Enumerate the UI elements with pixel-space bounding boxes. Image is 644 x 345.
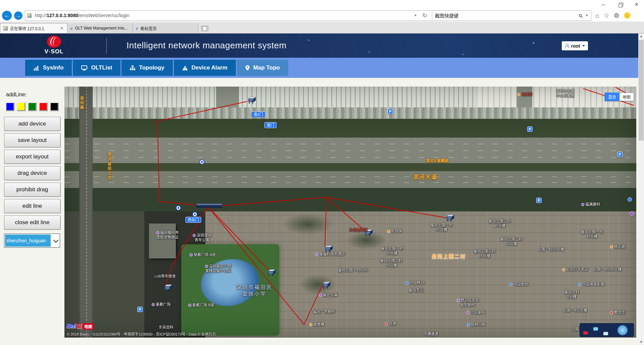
line-color-swatch-yellow[interactable] — [17, 102, 25, 111]
tab-favicon-icon — [3, 26, 8, 31]
map-label: 中通速递 — [424, 332, 438, 336]
tab-sysinfo[interactable]: SysInfo — [25, 60, 72, 76]
map-label: 晨光文具 — [319, 293, 338, 297]
baidu-map-canvas[interactable]: PPPPP 益田路滨河益田立交滨河大道辅道滨河大道皇岗上围二村深圳市福田区 皇岗… — [64, 87, 636, 338]
map-poi-icon: P — [388, 109, 393, 114]
map-type-normal-button[interactable]: 地图 — [620, 93, 634, 101]
user-menu[interactable]: root — [562, 41, 588, 50]
map-label: 滨河大道 — [413, 174, 437, 181]
restore-button[interactable] — [618, 2, 623, 7]
map-label: 长合行专卖店 — [562, 267, 588, 272]
tab-label: OLTList — [91, 64, 112, 71]
tab-topology[interactable]: Topology — [121, 60, 172, 76]
close-button[interactable] — [635, 2, 639, 7]
tab-title: OLT Web Management Inte... — [75, 26, 130, 31]
map-label: 顺景楼 — [309, 322, 325, 327]
map-label: 东吴齿科 — [159, 325, 174, 330]
olt-device-icon[interactable] — [322, 282, 331, 289]
settings-gear-icon[interactable]: ⚙ — [614, 12, 620, 19]
scroll-down-icon[interactable]: ▼ — [638, 339, 644, 345]
line-color-swatch-blue[interactable] — [6, 102, 14, 111]
map-label: 中国移动 — [405, 281, 424, 285]
map-label: 益田路 — [79, 96, 84, 110]
map-label: 滨河大道辅道 — [426, 158, 448, 163]
tab-close-icon[interactable]: ✕ — [60, 26, 64, 31]
map-label: 皇岗上围二村 63号楼 — [500, 237, 523, 247]
new-tab-button[interactable] — [201, 26, 208, 31]
map-label: 深圳市会展 中心档案室 — [556, 89, 575, 98]
chevron-down-icon — [582, 45, 585, 47]
line-color-swatch-green[interactable] — [28, 102, 36, 111]
browser-action-icons: ⌂ ☆ ⚙ ☺ — [595, 12, 631, 19]
bar-chart-icon — [34, 65, 39, 70]
scroll-up-icon[interactable]: ▲ — [638, 34, 644, 39]
sidebar-button[interactable]: save layout — [4, 133, 60, 147]
url-dropdown-icon[interactable]: ▼ — [411, 14, 420, 17]
browser-tab-newtab[interactable]: e 新标签页 — [133, 23, 198, 33]
sidebar-button[interactable]: prohibit drag — [4, 183, 60, 197]
vsol-logo: V·SOL — [42, 36, 66, 55]
page-favicon-icon — [27, 13, 32, 18]
vsol-logo-text: V·SOL — [42, 48, 66, 55]
tab-device-alarm[interactable]: Device Alarm — [174, 60, 236, 76]
browser-tab-olt[interactable]: e OLT Web Management Inte... — [67, 23, 133, 33]
search-icon[interactable] — [579, 14, 582, 17]
device-select[interactable]: shenzhen_huiguan — [4, 234, 60, 248]
map-label: 深圳能叔小馆 客栈会展中心店 — [205, 264, 231, 274]
back-button[interactable]: ← — [2, 11, 12, 20]
tab-oltlist[interactable]: OLTList — [73, 60, 120, 76]
search-input[interactable]: 截图快捷键 — [435, 12, 579, 19]
main-nav: SysInfo OLTList Topology Device Alarm Ma… — [0, 58, 638, 78]
map-type-hybrid-button[interactable]: 混合 — [605, 93, 620, 101]
forward-button[interactable]: → — [14, 11, 22, 20]
map-poi-icon — [192, 212, 197, 217]
topology-icon — [130, 65, 135, 70]
app-title: Intelligent network management system — [127, 40, 287, 51]
url-text[interactable]: http://127.0.0.1:8080/emsWebServer/uc/lo… — [35, 13, 411, 18]
sidebar-button[interactable]: export layout — [4, 150, 60, 164]
alarm-warning-icon — [182, 65, 188, 70]
map-label: 皇岗上围二村 — [432, 253, 466, 260]
topology-lines-svg — [64, 87, 636, 338]
map-poi-icon — [176, 205, 181, 210]
sidebar-button[interactable]: drag device — [4, 166, 60, 180]
refresh-icon[interactable]: ↻ — [420, 12, 430, 19]
home-icon[interactable]: ⌂ — [595, 12, 599, 19]
map-poi-icon — [628, 197, 632, 202]
address-search-bar: http://127.0.0.1:8080/emsWebServer/uc/lo… — [25, 10, 591, 21]
map-label: 皇福轩商务酒店 — [315, 252, 345, 256]
page-scrollbar[interactable]: ▲ ▼ — [638, 34, 644, 345]
sidebar-button[interactable]: add device — [4, 117, 60, 131]
olt-device-icon[interactable] — [196, 203, 222, 208]
map-label: 西北门 — [186, 217, 201, 223]
feedback-smiley-icon[interactable]: ☺ — [624, 12, 631, 19]
olt-device-icon[interactable] — [267, 269, 276, 277]
map-label: 皇都广场·A座 — [190, 252, 216, 257]
search-box[interactable]: 截图快捷键 ▼ — [432, 11, 591, 20]
line-color-swatch-red[interactable] — [39, 102, 47, 111]
map-label: 皇岗上围一村 70号楼 — [381, 246, 403, 256]
map-poi-icon — [630, 211, 634, 216]
favorites-star-icon[interactable]: ☆ — [603, 12, 609, 19]
olt-device-icon[interactable] — [164, 284, 172, 292]
address-bar[interactable]: http://127.0.0.1:8080/emsWebServer/uc/lo… — [25, 11, 432, 20]
olt-device-icon[interactable] — [247, 97, 256, 104]
search-dropdown-icon[interactable]: ▼ — [585, 14, 588, 17]
sidebar-button[interactable]: edit line — [4, 199, 60, 213]
tab-map-topo[interactable]: Map Topo — [237, 60, 288, 76]
map-poi-icon: P — [137, 307, 143, 312]
map-label: 上围一村2号楼 — [563, 308, 587, 313]
line-color-swatch-black[interactable] — [50, 102, 58, 111]
map-label: 中国体育彩票 — [578, 282, 604, 287]
sidebar-button[interactable]: close edit line — [4, 215, 60, 230]
map-label: 滨河益田立交 — [107, 152, 111, 181]
line-color-swatches — [6, 102, 64, 111]
page-content: addLine: add devicesave layoutexport lay… — [0, 78, 638, 345]
browser-tab-loading[interactable]: 正在等待 127.0.0.1 ✕ — [0, 23, 67, 33]
olt-device-icon[interactable] — [446, 214, 454, 222]
minimize-button[interactable] — [601, 2, 606, 7]
scrollbar-thumb[interactable] — [639, 40, 644, 141]
panorama-control[interactable] — [580, 323, 634, 337]
user-name: root — [571, 43, 580, 49]
tab-label: Map Topo — [253, 64, 280, 71]
